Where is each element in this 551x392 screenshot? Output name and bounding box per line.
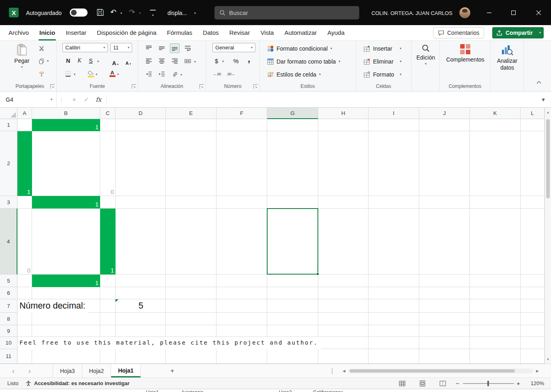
excel-logo-icon[interactable]: X (9, 8, 19, 17)
cut-icon[interactable] (36, 43, 46, 53)
currency-icon[interactable]: $ (212, 56, 221, 66)
page-break-view-icon[interactable] (440, 378, 446, 389)
row-header-5[interactable]: 5 (0, 275, 17, 287)
analyze-data-button[interactable]: Analizar datos (493, 42, 521, 81)
number-dialog-launcher[interactable]: ↘ (253, 84, 258, 89)
underline-button[interactable]: S (86, 56, 96, 66)
row-header-4[interactable]: 4 (0, 209, 17, 275)
cell-C4[interactable]: 1 (100, 209, 116, 275)
page-layout-view-icon[interactable] (419, 378, 426, 389)
increase-indent-icon[interactable] (157, 69, 167, 79)
normal-view-icon[interactable] (399, 378, 405, 389)
share-button[interactable]: Compartir ▾ (492, 27, 544, 38)
increase-font-icon[interactable]: A▲ (111, 56, 120, 66)
align-center-icon[interactable] (157, 56, 167, 66)
redo-icon[interactable]: ↷ (129, 8, 135, 17)
undo-dropdown-caret[interactable]: ▾ (120, 12, 122, 15)
formula-input[interactable] (109, 92, 539, 107)
hscroll-right-icon[interactable]: ▶ (536, 364, 539, 378)
copy-icon[interactable] (36, 56, 46, 66)
row-header-8[interactable]: 8 (0, 313, 17, 325)
tab-revisar[interactable]: Revisar (224, 25, 255, 40)
fill-color-caret[interactable]: ▾ (96, 73, 97, 76)
row-header-3[interactable]: 3 (0, 196, 17, 209)
sheet-options-icon[interactable]: ⋮ (329, 364, 335, 378)
editing-button[interactable]: Edición ▾ (414, 42, 437, 78)
format-cells-button[interactable]: Formato (364, 69, 394, 80)
fill-handle[interactable] (316, 273, 319, 275)
borders-caret[interactable]: ▾ (74, 73, 75, 76)
select-all-corner[interactable] (0, 108, 17, 119)
sheet-tab-hoja1[interactable]: Hoja1 (111, 364, 141, 377)
vertical-scrollbar[interactable]: ▲ ▼ (545, 108, 551, 364)
font-dialog-launcher[interactable]: ↘ (132, 84, 136, 89)
row-header-10[interactable]: 10 (0, 337, 17, 349)
alignment-dialog-launcher[interactable]: ↘ (199, 84, 204, 89)
font-size-select[interactable]: 11 ▾ (110, 43, 132, 52)
sheet-tab-hoja2[interactable]: Hoja2 (82, 364, 111, 377)
increase-decimal-icon[interactable]: ←.00 (211, 69, 223, 79)
prev-sheet-icon[interactable]: ‹ (12, 364, 15, 378)
row-header-7[interactable]: 7 (0, 299, 17, 313)
column-header-K[interactable]: K (470, 108, 521, 119)
tab-inicio[interactable]: Inicio (34, 25, 60, 40)
borders-icon[interactable] (63, 69, 73, 79)
font-name-select[interactable]: Calibri ▾ (62, 43, 108, 52)
clipboard-dialog-launcher[interactable]: ↘ (50, 84, 55, 89)
next-sheet-icon[interactable]: › (28, 364, 31, 378)
delete-cells-button[interactable]: Eliminar (364, 56, 394, 67)
conditional-formatting-button[interactable]: Formato condicional ▾ (267, 43, 332, 54)
zoom-out-icon[interactable]: − (456, 378, 459, 389)
align-top-icon[interactable] (144, 43, 154, 53)
align-left-icon[interactable] (144, 56, 154, 66)
tab-automatizar[interactable]: Automatizar (279, 25, 322, 40)
addins-button[interactable]: Complementos (445, 42, 485, 78)
insert-cells-button[interactable]: Insertar (364, 43, 392, 54)
column-header-L[interactable]: L (521, 108, 545, 119)
avatar[interactable] (459, 7, 470, 18)
tab-datos[interactable]: Datos (197, 25, 224, 40)
minimize-button[interactable] (480, 0, 498, 25)
redo-dropdown-caret[interactable]: ▾ (139, 12, 141, 15)
row-header-11[interactable]: 11 (0, 349, 17, 364)
cell-A10[interactable]: Feel free to use this material, please c… (17, 337, 321, 349)
column-header-E[interactable]: E (166, 108, 217, 119)
zoom-slider-thumb[interactable] (487, 381, 489, 386)
column-header-G[interactable]: G (267, 108, 318, 119)
cell-D7[interactable]: 5 (116, 299, 166, 313)
formula-bar-grip[interactable]: ⋮ (59, 92, 64, 107)
row-header-1[interactable]: 1 (0, 119, 17, 131)
insert-function-icon[interactable]: fx (93, 92, 104, 107)
row-header-6[interactable]: 6 (0, 287, 17, 299)
hscroll-left-icon[interactable]: ◀ (343, 364, 345, 378)
column-header-F[interactable]: F (217, 108, 267, 119)
name-box[interactable]: G4 ▾ (0, 92, 57, 107)
tab-fórmulas[interactable]: Fórmulas (162, 25, 198, 40)
cancel-icon[interactable]: × (69, 92, 79, 107)
delete-caret[interactable]: ▾ (400, 60, 401, 63)
tab-disposición-de-página[interactable]: Disposición de página (92, 25, 162, 40)
column-header-C[interactable]: C (100, 108, 116, 119)
row-header-9[interactable]: 9 (0, 325, 17, 337)
vertical-scroll-thumb[interactable] (546, 119, 550, 198)
copy-caret[interactable]: ▾ (47, 60, 49, 63)
decrease-decimal-icon[interactable]: .00→ (225, 69, 237, 79)
tab-insertar[interactable]: Insertar (60, 25, 92, 40)
sheet-tab-hoja3[interactable]: Hoja3 (53, 364, 82, 377)
column-header-A[interactable]: A (17, 108, 32, 119)
font-color-caret[interactable]: ▾ (117, 73, 119, 76)
add-sheet-icon[interactable]: + (170, 364, 174, 378)
tab-vista[interactable]: Vista (255, 25, 279, 40)
close-button[interactable] (528, 0, 549, 25)
column-header-B[interactable]: B (32, 108, 100, 119)
horizontal-scroll-thumb[interactable] (349, 369, 515, 373)
cell-A4[interactable]: 0 (17, 209, 32, 275)
decrease-indent-icon[interactable] (144, 69, 154, 79)
cell-B5[interactable]: 1 (32, 275, 100, 287)
italic-button[interactable]: K (75, 56, 84, 66)
wrap-text-icon[interactable] (183, 43, 193, 53)
search-box[interactable]: Buscar (214, 6, 359, 19)
decrease-font-icon[interactable]: A▼ (124, 56, 133, 66)
underline-caret[interactable]: ▾ (97, 60, 99, 63)
orientation-caret[interactable]: ▾ (180, 73, 182, 77)
